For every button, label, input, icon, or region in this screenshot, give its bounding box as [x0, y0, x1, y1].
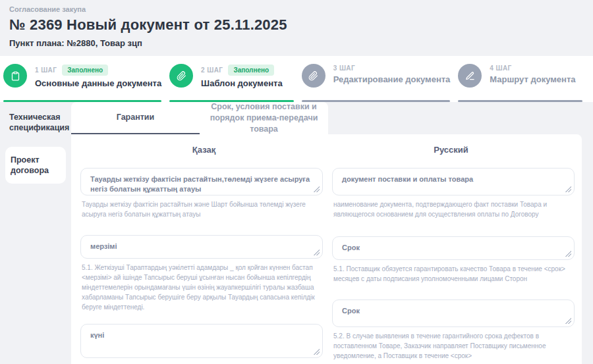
step-number: 2 ШАГ — [201, 66, 223, 74]
field-helper-text: 5.1. Поставщик обязуется гарантировать к… — [332, 264, 575, 284]
step-3-editing[interactable]: 3 ШАГ Редактирование документа — [302, 64, 451, 102]
field-kk-document-name: Тауарды жеткізу фактісін растайтын,төлем… — [80, 168, 323, 219]
field-ru-document-name: документ поставки и оплаты товара наимен… — [332, 168, 575, 219]
russian-column: документ поставки и оплаты товара наимен… — [332, 168, 575, 364]
step-wizard: 1 ШАГ Заполнено Основные данные документ… — [0, 56, 593, 102]
kk-document-name-input[interactable]: Тауарды жеткізу фактісін растайтын,төлем… — [80, 168, 323, 195]
status-badge: Заполнено — [228, 65, 274, 76]
field-kk-term: мерзімі 5.1. Жеткізуші Тараптардың уәкіл… — [80, 235, 323, 312]
paperclip-icon — [169, 64, 193, 88]
column-header-kazakh: Қазақ — [80, 145, 327, 155]
step-number: 3 ШАГ — [333, 65, 355, 72]
route-icon — [458, 64, 482, 88]
field-helper-text: наименование документа, подтверждающего … — [332, 199, 575, 219]
step-number: 4 ШАГ — [490, 65, 511, 72]
kk-term-input[interactable]: мерзімі — [80, 235, 323, 259]
step-2-template[interactable]: 2 ШАГ Заполнено Шаблон документа — [169, 64, 294, 102]
sidebar-item-contract-draft[interactable]: Проект договора — [5, 147, 66, 184]
sidebar: Техническая спецификация Проект договора — [0, 102, 71, 364]
field-ru-term-2: Срок 5.2. В случае выявления в течение г… — [332, 299, 575, 361]
ru-document-name-input[interactable]: документ поставки и оплаты товара — [332, 168, 575, 195]
step-title: Маршрут документа — [490, 74, 575, 84]
step-title: Основные данные документа — [35, 78, 161, 88]
template-panel: Қазақ Русский Тауарды жеткізу фактісін р… — [71, 134, 582, 364]
paperclip-icon — [302, 64, 325, 88]
kazakh-column: Тауарды жеткізу фактісін растайтын,төлем… — [80, 168, 323, 364]
field-helper-text: Тауарды жеткізу фактісін растайтын және … — [80, 199, 323, 219]
resize-handle-icon[interactable] — [314, 249, 320, 255]
status-badge: Заполнено — [62, 65, 108, 76]
workspace: Техническая спецификация Проект договора… — [0, 102, 593, 364]
resize-handle-icon[interactable] — [565, 186, 571, 192]
column-header-russian: Русский — [327, 145, 575, 155]
main-content: Гарантии Срок, условия поставки и порядо… — [71, 102, 582, 364]
tab-garantii[interactable]: Гарантии — [71, 102, 200, 134]
resize-handle-icon[interactable] — [314, 186, 320, 192]
resize-handle-icon[interactable] — [565, 318, 571, 324]
step-1-main-data[interactable]: 1 ШАГ Заполнено Основные данные документ… — [3, 64, 161, 102]
clipboard-icon — [3, 64, 27, 88]
resize-handle-icon[interactable] — [314, 349, 320, 355]
step-title: Редактирование документа — [333, 74, 451, 84]
step-title: Шаблон документа — [201, 78, 283, 88]
resize-handle-icon[interactable] — [565, 251, 571, 257]
breadcrumb: Согласование закупа — [9, 5, 582, 13]
page-title: № 2369 Новый документ от 25.11.2025 — [9, 16, 582, 34]
kk-days-input[interactable]: күні — [80, 324, 323, 358]
field-helper-text: 5.2. В случае выявления в течение гарант… — [332, 331, 575, 361]
page-header: Согласование закупа № 2369 Новый докумен… — [0, 0, 593, 48]
ru-term-1-input[interactable]: Срок — [332, 236, 575, 260]
field-ru-term-1: Срок 5.1. Поставщик обязуется гарантиров… — [332, 236, 575, 284]
field-kk-days: күні 5.2. Кепілдік мерзімі ішінде жеткіз… — [80, 324, 323, 364]
ru-term-2-input[interactable]: Срок — [332, 299, 575, 327]
tab-bar: Гарантии Срок, условия поставки и порядо… — [71, 102, 582, 134]
step-4-route[interactable]: 4 ШАГ Маршрут документа — [458, 64, 582, 102]
sidebar-item-tech-spec[interactable]: Техническая спецификация — [0, 103, 71, 142]
step-number: 1 ШАГ — [35, 66, 57, 74]
tab-srok-uslovija[interactable]: Срок, условия поставки и порядок приема-… — [200, 102, 328, 134]
field-helper-text: 5.1. Жеткізуші Тараптардың уәкілетті ада… — [80, 263, 323, 312]
plan-subtitle: Пункт плана: №2880, Товар зцп — [9, 38, 582, 48]
